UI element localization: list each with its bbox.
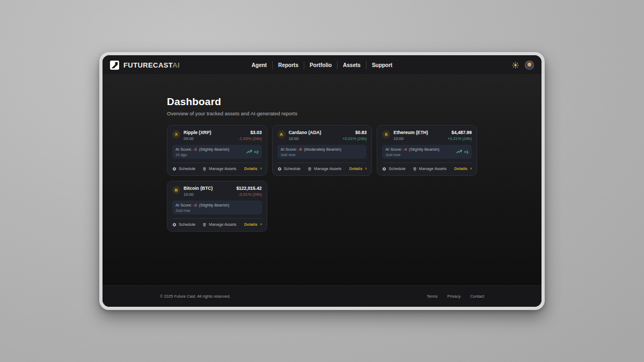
nav-item-assets[interactable]: Assets — [337, 61, 366, 69]
app-footer: © 2025 Future Cast. All rights reserved.… — [103, 285, 541, 307]
details-button[interactable]: Details› — [454, 166, 472, 171]
app-window: FUTURECASTAI Agent Reports Portfolio Ass… — [99, 52, 545, 310]
footer-link-privacy[interactable]: Privacy — [448, 294, 461, 299]
asset-price-block: $122,015.42 -0.01% (24h) — [236, 186, 261, 197]
trend-badge: +2 — [246, 150, 259, 154]
nav-item-portfolio[interactable]: Portfolio — [304, 61, 337, 69]
ai-score-text: AI Score:-3 (Slightly Bearish) Just now — [175, 203, 229, 212]
asset-card-cardano: A Cardano (ADA) 10:00 $0.83 +0.01% (24h) — [272, 125, 372, 176]
card-actions: Schedule Manage Assets Details› — [172, 218, 262, 227]
ai-score-label: AI Score: — [175, 203, 192, 208]
asset-price: $4,487.99 — [448, 130, 472, 135]
schedule-button[interactable]: Schedule — [172, 166, 195, 171]
chevron-right-icon: › — [260, 166, 262, 171]
trend-up-icon — [246, 150, 252, 154]
ai-score-label: AI Score: — [175, 147, 192, 152]
asset-card-ethereum: E Ethereum (ETH) 10:00 $4,487.99 +0.21% … — [377, 125, 477, 176]
asset-name: Bitcoin (BTC) — [184, 186, 213, 191]
asset-card-bitcoin: B Bitcoin (BTC) 10:00 $122,015.42 -0.01%… — [167, 181, 267, 232]
ai-score-text: AI Score:-4 (Slightly Bearish) Just now — [385, 147, 439, 157]
dashboard-container: Dashboard Overview of your tracked asset… — [167, 75, 477, 232]
nav-item-support[interactable]: Support — [366, 61, 398, 69]
card-header: X Ripple (XRP) 09:00 $3.03 -1.93% (24h) — [172, 130, 262, 141]
asset-change: +0.01% (24h) — [342, 136, 367, 141]
manage-assets-button[interactable]: Manage Assets — [308, 166, 341, 171]
brand: FUTURECASTAI — [110, 61, 246, 70]
details-button[interactable]: Details› — [244, 222, 262, 227]
ai-updated: 1h ago — [175, 153, 229, 157]
footer-links: Terms Privacy Contact — [427, 294, 484, 299]
gear-icon — [382, 167, 386, 171]
schedule-button[interactable]: Schedule — [172, 222, 195, 227]
asset-coin-icon: A — [277, 130, 286, 138]
asset-name: Cardano (ADA) — [289, 130, 321, 135]
asset-coin-icon: E — [382, 130, 390, 138]
ai-score-panel: AI Score:-3 (Slightly Bearish) Just now — [172, 201, 262, 215]
footer-link-contact[interactable]: Contact — [470, 294, 484, 299]
trend-up-icon — [456, 150, 462, 154]
nav-item-agent[interactable]: Agent — [246, 61, 272, 69]
asset-price-block: $3.03 -1.93% (24h) — [238, 130, 261, 141]
copyright: © 2025 Future Cast. All rights reserved. — [160, 294, 230, 299]
footer-inner: © 2025 Future Cast. All rights reserved.… — [160, 294, 484, 299]
schedule-button[interactable]: Schedule — [277, 166, 301, 171]
ai-updated: Just now — [281, 153, 341, 157]
theme-toggle-sun-icon[interactable] — [512, 62, 519, 69]
asset-name: Ripple (XRP) — [184, 130, 211, 135]
asset-coin-icon: X — [172, 130, 180, 138]
ai-score-panel: AI Score:-4 (Slightly Bearish) Just now … — [382, 145, 472, 159]
trend-value: +2 — [254, 150, 259, 154]
asset-change: -1.93% (24h) — [238, 136, 261, 141]
manage-assets-button[interactable]: Manage Assets — [202, 166, 236, 171]
asset-time: 10:00 — [184, 192, 213, 197]
ai-sentiment: (Moderately Bearish) — [304, 147, 341, 152]
gear-icon — [172, 223, 177, 227]
ai-score-value: -3 — [193, 147, 197, 152]
details-button[interactable]: Details› — [244, 166, 262, 171]
asset-name: Ethereum (ETH) — [393, 130, 428, 135]
brand-logo-icon — [110, 61, 119, 70]
chevron-right-icon: › — [260, 222, 262, 227]
header-right — [398, 61, 534, 70]
ai-sentiment: (Slightly Bearish) — [199, 203, 230, 208]
trend-value: +1 — [464, 150, 469, 154]
ai-score-panel: AI Score:-3 (Slightly Bearish) 1h ago +2 — [172, 145, 262, 159]
ai-score-value: -4 — [403, 147, 407, 152]
gear-icon — [277, 167, 282, 171]
asset-price: $3.03 — [238, 130, 261, 135]
app-header: FUTURECASTAI Agent Reports Portfolio Ass… — [103, 55, 541, 75]
ai-score-label: AI Score: — [281, 147, 297, 152]
ai-sentiment: (Slightly Bearish) — [409, 147, 440, 152]
asset-time: 10:00 — [393, 136, 428, 141]
page-subtitle: Overview of your tracked assets and AI-g… — [167, 110, 477, 116]
asset-time: 09:00 — [184, 136, 211, 141]
brand-name: FUTURECASTAI — [123, 61, 180, 69]
ai-updated: Just now — [175, 209, 229, 212]
ai-updated: Just now — [385, 153, 439, 157]
card-actions: Schedule Manage Assets Details› — [277, 162, 367, 171]
user-avatar[interactable] — [525, 61, 534, 70]
ai-score-panel: AI Score:-6 (Moderately Bearish) Just no… — [277, 145, 367, 159]
card-header: B Bitcoin (BTC) 10:00 $122,015.42 -0.01%… — [172, 186, 262, 197]
asset-change: +0.21% (24h) — [448, 136, 472, 141]
app-surface: FUTURECASTAI Agent Reports Portfolio Ass… — [103, 55, 541, 307]
brand-name-main: FUTURECAST — [123, 61, 172, 69]
asset-coin-icon: B — [172, 186, 180, 194]
schedule-button[interactable]: Schedule — [382, 166, 405, 171]
card-actions: Schedule Manage Assets Details› — [382, 162, 472, 171]
details-button[interactable]: Details› — [349, 166, 367, 171]
card-actions: Schedule Manage Assets Details› — [172, 162, 262, 171]
chevron-right-icon: › — [470, 166, 472, 171]
brand-name-accent: AI — [172, 61, 180, 69]
asset-time: 10:00 — [289, 136, 321, 141]
footer-link-terms[interactable]: Terms — [427, 294, 437, 299]
ai-score-value: -3 — [193, 203, 197, 208]
manage-assets-button[interactable]: Manage Assets — [413, 166, 447, 171]
ai-sentiment: (Slightly Bearish) — [199, 147, 230, 152]
card-header: A Cardano (ADA) 10:00 $0.83 +0.01% (24h) — [277, 130, 367, 141]
nav-item-reports[interactable]: Reports — [272, 61, 304, 69]
trash-icon — [202, 167, 207, 171]
trash-icon — [308, 167, 312, 171]
manage-assets-button[interactable]: Manage Assets — [202, 222, 236, 227]
asset-title-block: Bitcoin (BTC) 10:00 — [184, 186, 213, 197]
